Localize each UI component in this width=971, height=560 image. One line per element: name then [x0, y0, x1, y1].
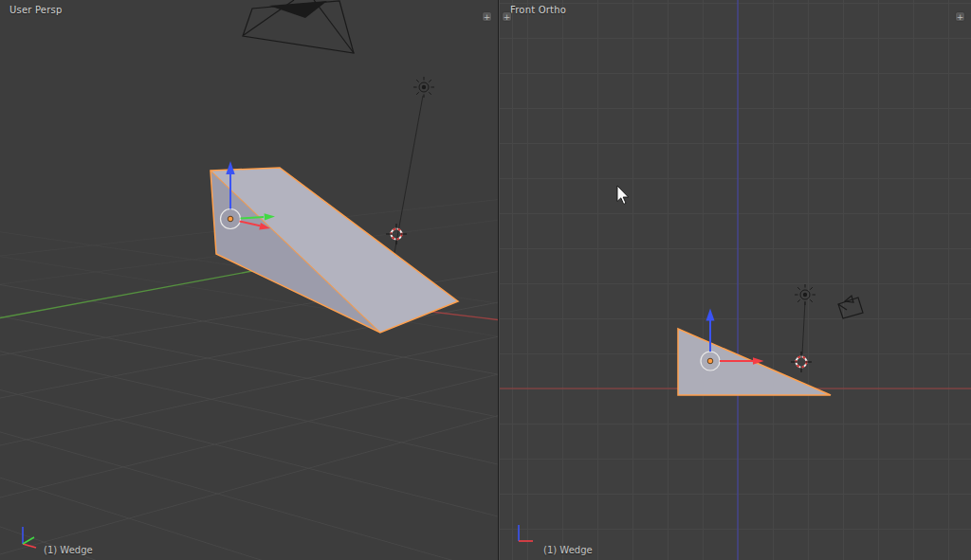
cursor-3d[interactable] — [791, 352, 812, 372]
cursor-crosshair — [386, 224, 407, 244]
object-origin-dot — [228, 216, 233, 222]
view-name-label: Front Ortho — [510, 5, 566, 15]
region-expand-button[interactable]: + — [482, 11, 492, 22]
x-axis-line — [431, 312, 498, 320]
cursor-3d[interactable] — [386, 224, 407, 244]
viewport-front-ortho[interactable]: Front Ortho (1) Wedge + + — [500, 0, 971, 560]
wedge-mesh[interactable] — [211, 168, 458, 333]
view-name-label: User Persp — [9, 5, 62, 15]
camera-object[interactable] — [243, 0, 354, 53]
lamp-relationship-line — [802, 301, 805, 354]
viewport-user-persp[interactable]: User Persp (1) Wedge + — [0, 0, 498, 560]
lamp-object[interactable] — [413, 77, 434, 98]
camera-object[interactable] — [838, 296, 863, 318]
front-ortho-scene — [500, 0, 971, 560]
cursor-crosshair — [791, 352, 812, 372]
user-persp-scene — [0, 0, 498, 560]
lamp-object[interactable] — [795, 284, 815, 305]
camera-up-triangle — [269, 1, 327, 18]
mouse-cursor — [617, 186, 629, 204]
region-expand-button[interactable]: + — [955, 11, 965, 22]
region-expand-button[interactable]: + — [502, 11, 512, 22]
translate-gizmo[interactable] — [701, 309, 764, 371]
object-origin-dot — [707, 358, 713, 364]
blender-screen: User Persp (1) Wedge + — [0, 0, 971, 560]
active-object-status: (1) Wedge — [44, 545, 93, 555]
mini-axis-y — [23, 537, 34, 544]
active-object-status: (1) Wedge — [543, 545, 593, 555]
mini-axis-widget[interactable] — [519, 525, 533, 541]
y-axis-line — [0, 271, 252, 318]
